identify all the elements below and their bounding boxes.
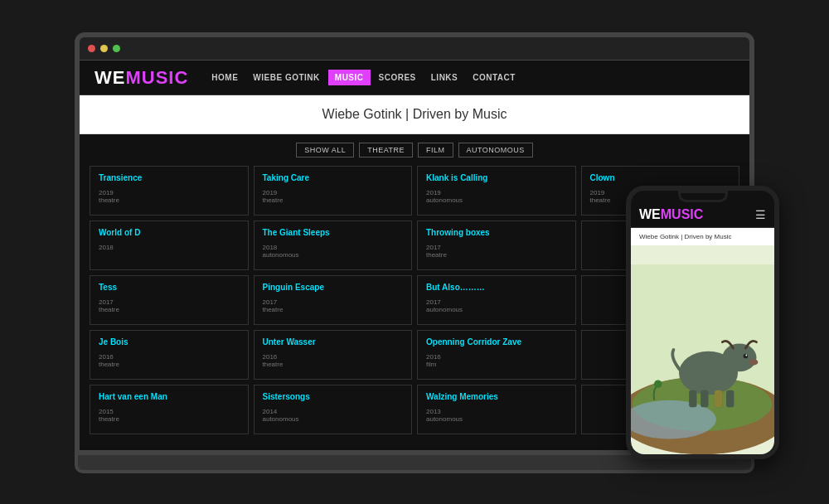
svg-point-14 [654, 380, 662, 387]
card-type: autonomous [426, 306, 567, 313]
page-title: Wiebe Gotink | Driven by Music [80, 107, 749, 122]
phone-navigation: WEMUSIC ☰ [631, 202, 774, 228]
card-type: autonomous [426, 196, 567, 204]
grid-card-13[interactable]: Unter Wasser 2016 theatre [254, 330, 413, 380]
card-title: Je Bois [99, 337, 240, 346]
card-title: Pinguin Escape [263, 283, 404, 292]
card-year: 2016 [426, 353, 567, 361]
maximize-dot [113, 45, 120, 52]
grid-card-2[interactable]: Klank is Calling 2019 autonomous [417, 166, 576, 216]
card-title: Klank is Calling [426, 173, 567, 182]
card-year: 2015 [99, 408, 240, 415]
card-year: 2017 [426, 244, 567, 251]
card-title: Transience [99, 173, 240, 182]
scene: WEMUSIC HOME WIEBE GOTINK MUSIC SCORES L… [41, 20, 788, 484]
minimize-dot [100, 45, 108, 52]
card-type: film [426, 361, 567, 368]
grid-card-10[interactable]: But Also……… 2017 autonomous [417, 275, 576, 325]
card-type: theatre [99, 361, 240, 368]
card-type: theatre [99, 196, 240, 204]
card-type: theatre [99, 415, 240, 423]
filter-autonomous[interactable]: AUTONOMOUS [458, 143, 533, 158]
phone-notch [678, 191, 728, 202]
svg-rect-13 [715, 390, 722, 408]
card-year: 2017 [99, 298, 240, 306]
grid-card-6[interactable]: Throwing boxes 2017 theatre [417, 220, 576, 270]
nav-links[interactable]: LINKS [424, 70, 465, 85]
phone-logo-we: WE [639, 207, 661, 221]
phone-illustration [631, 245, 774, 454]
card-title: Walzing Memories [426, 392, 567, 401]
card-title: Taking Care [263, 173, 404, 182]
svg-rect-6 [689, 390, 696, 408]
card-year: 2019 [263, 189, 404, 196]
hamburger-icon[interactable]: ☰ [755, 208, 766, 221]
card-year: 2018 [263, 244, 404, 251]
grid-card-12[interactable]: Je Bois 2016 theatre [90, 330, 249, 380]
close-dot [88, 45, 95, 52]
svg-point-12 [749, 359, 758, 365]
card-type: theatre [99, 306, 240, 313]
grid-card-18[interactable]: Walzing Memories 2013 autonomous [417, 385, 576, 434]
card-type: autonomous [263, 251, 404, 259]
card-type: theatre [263, 196, 404, 204]
mobile-phone: WEMUSIC ☰ Wiebe Gotink | Driven by Music [626, 186, 779, 459]
logo-music: MUSIC [125, 67, 188, 88]
card-title: The Giant Sleeps [263, 228, 404, 237]
phone-screen: WEMUSIC ☰ Wiebe Gotink | Driven by Music [631, 202, 774, 454]
grid-card-0[interactable]: Transience 2019 theatre [90, 166, 249, 216]
card-title: Throwing boxes [426, 228, 567, 237]
grid-card-5[interactable]: The Giant Sleeps 2018 autonomous [254, 220, 413, 270]
card-year: 2017 [426, 298, 567, 306]
grid-card-16[interactable]: Hart van een Man 2015 theatre [90, 385, 249, 434]
svg-rect-9 [726, 390, 734, 408]
card-title: But Also……… [426, 283, 567, 292]
card-title: Tess [99, 283, 240, 292]
card-type: autonomous [263, 415, 404, 423]
nav-contact[interactable]: CONTACT [466, 70, 522, 85]
card-year: 2013 [426, 408, 567, 415]
card-title: Unter Wasser [263, 337, 404, 346]
nav-scores[interactable]: SCORES [372, 70, 423, 85]
grid-card-4[interactable]: World of D 2018 [90, 220, 249, 270]
grid-card-8[interactable]: Tess 2017 theatre [90, 275, 249, 325]
card-type: theatre [263, 306, 404, 313]
grid-card-14[interactable]: Openning Corridor Zave 2016 film [417, 330, 576, 380]
phone-logo: WEMUSIC [639, 207, 703, 222]
phone-subtitle: Wiebe Gotink | Driven by Music [631, 228, 774, 245]
svg-rect-7 [701, 390, 708, 408]
card-year: 2019 [426, 189, 567, 196]
grid-card-1[interactable]: Taking Care 2019 theatre [254, 166, 413, 216]
card-year: 2017 [263, 298, 404, 306]
filter-show-all[interactable]: SHOW ALL [296, 143, 354, 158]
navigation: WEMUSIC HOME WIEBE GOTINK MUSIC SCORES L… [80, 61, 749, 95]
browser-bar [80, 37, 749, 61]
card-title: Openning Corridor Zave [426, 337, 567, 346]
grid-card-9[interactable]: Pinguin Escape 2017 theatre [254, 275, 413, 325]
logo-we: WE [95, 67, 125, 88]
card-title: World of D [99, 228, 240, 237]
card-title: Hart van een Man [99, 392, 240, 401]
card-type: theatre [426, 251, 567, 259]
card-year: 2016 [99, 353, 240, 361]
nav-links: HOME WIEBE GOTINK MUSIC SCORES LINKS CON… [205, 70, 522, 85]
card-year: 2018 [99, 244, 240, 251]
card-title: Sistersongs [263, 392, 404, 401]
card-year: 2016 [263, 353, 404, 361]
filter-bar: SHOW ALL THEATRE FILM AUTONOMOUS [80, 134, 749, 166]
bull-svg [631, 245, 774, 454]
grid-card-17[interactable]: Sistersongs 2014 autonomous [254, 385, 413, 434]
card-year: 2014 [263, 408, 404, 415]
phone-logo-music: MUSIC [661, 207, 704, 221]
card-title: Clown [590, 173, 731, 182]
nav-wiebe[interactable]: WIEBE GOTINK [246, 70, 326, 85]
filter-film[interactable]: FILM [418, 143, 453, 158]
site-logo: WEMUSIC [95, 67, 188, 89]
card-year: 2019 [99, 189, 240, 196]
filter-theatre[interactable]: THEATRE [359, 143, 413, 158]
nav-home[interactable]: HOME [205, 70, 245, 85]
card-type: theatre [263, 361, 404, 368]
site-header: Wiebe Gotink | Driven by Music [80, 95, 749, 134]
svg-point-5 [722, 344, 756, 372]
nav-music[interactable]: MUSIC [328, 70, 371, 85]
